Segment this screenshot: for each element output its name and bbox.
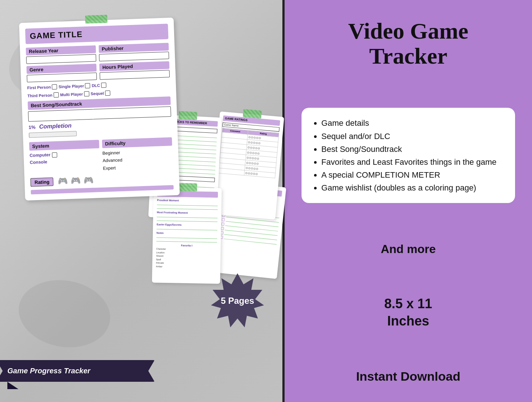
single-player-label: Single Player [59,83,84,89]
controller-icons: 🎮 🎮 🎮 [58,175,94,186]
first-person-label: First Person [27,85,51,90]
difficulty-items: Beginner Advanced Expert [102,147,173,172]
difficulty-column: Difficulty Beginner Advanced Expert [102,135,173,172]
computer-box[interactable] [52,152,57,157]
third-person-box[interactable] [53,92,59,97]
notes-label: Notes [156,232,217,235]
publisher-input[interactable] [99,51,169,61]
dlc-checkbox[interactable]: DLC [92,82,106,88]
hours-played-input[interactable] [100,70,170,80]
dlc-label: DLC [92,83,100,88]
frustrating-line-1 [157,214,218,218]
feature-2: Sequel and/or DLC [321,130,504,143]
progress-bar [29,131,77,138]
feature-1: Game details [321,117,504,129]
feature-3: Best Song/Soundtrack [321,143,504,156]
tape-decoration [85,15,108,24]
ratings-game-label: Game Name [224,123,239,127]
footer-bar [31,185,174,195]
easter-line-1 [156,227,217,231]
easter-label: Easter Eggs/Secrets [156,223,217,227]
ratings-tape [243,109,262,118]
tracker-card: GAME TITLE Release Year Publisher Genre … [19,18,180,201]
ratings-table: Comment Rating [218,128,279,178]
banner: Game Progress Tracker [0,360,155,382]
system-items: Computer Console [29,150,100,166]
proudest-label: Proudest Moment [157,199,218,203]
dlc-box[interactable] [101,82,106,88]
multi-player-checkbox[interactable]: Multi Player [60,91,89,97]
proudest-line-2 [157,206,218,210]
difficulty-label: Difficulty [102,137,172,148]
first-person-checkbox[interactable]: First Person [27,84,57,90]
starburst-shape: 5 Pages [210,273,265,328]
watercolor-blob-2 [13,273,115,355]
system-label: System [29,140,99,151]
feature-4: Favorites and Least Favorites things in … [321,156,504,168]
game-line-box-3 [222,218,225,221]
product-title: Video Game Tracker [348,18,469,68]
game-title-bar: GAME TITLE [25,24,168,44]
feature-5: A special COMPLETION METER [321,168,504,181]
starburst-badge: 5 Pages [210,273,265,328]
system-column: System Computer Console [29,138,100,175]
release-year-input[interactable] [26,54,96,64]
banner-tail [7,382,18,389]
genre-input[interactable] [27,72,97,82]
starburst-text: 5 Pages [221,296,254,306]
hours-played-group: Hours Played [99,61,170,80]
product-title-line2: Tracker [348,43,469,68]
banner-text: Game Progress Tracker [7,367,90,375]
rating-row: Rating 🎮 🎮 🎮 [30,172,173,187]
starburst-pages: 5 Pages [221,296,254,306]
single-player-box[interactable] [85,83,90,88]
notes-line-1 [156,235,217,239]
notes-line-2 [156,239,217,243]
game-line-box-5 [221,227,224,230]
sequel-label: Sequel [91,91,104,96]
right-panel: Video Game Tracker Game details Sequel a… [285,0,532,402]
completion-pct: 1% [28,124,35,130]
left-panel: GAME TITLE Release Year Publisher Genre … [0,0,282,402]
publisher-label: Publisher [99,43,169,53]
top-fields-row: Release Year Publisher [26,43,169,64]
easter-section: Easter Eggs/Secrets [156,223,217,231]
game-title-text: GAME TITLE [30,29,83,40]
features-box: Game details Sequel and/or DLC Best Song… [302,108,515,203]
tips-tape [178,111,197,120]
third-person-checkbox[interactable]: Third Person [27,92,59,99]
instant-download-text: Instant Download [356,369,460,384]
rating-label: Rating [30,177,53,186]
frustrating-line-2 [157,218,218,222]
favorites-heading: Favorite I [156,244,217,248]
sequel-box[interactable] [105,90,110,96]
and-more-text: And more [381,242,436,256]
multi-player-label: Multi Player [60,92,83,97]
proudest-section: Proudest Moment [157,199,218,210]
favorites-items: Character Location Season Spell Intricat… [156,248,217,270]
first-person-box[interactable] [52,84,57,89]
genre-label: Genre [27,64,97,74]
genre-group: Genre [27,64,97,82]
banner-shape: Game Progress Tracker [0,360,155,382]
controller-icon-1: 🎮 [58,176,68,186]
size-line1: 8.5 x 11 [384,295,432,313]
release-year-label: Release Year [26,45,96,56]
controller-icon-3: 🎮 [84,175,94,185]
hours-played-label: Hours Played [99,61,170,71]
game-line-box-4 [221,223,225,226]
publisher-group: Publisher [99,43,169,61]
fav-amber: Amber [156,265,216,270]
frustrating-section: Most Frustrating Moment [157,211,218,222]
multi-player-box[interactable] [84,91,89,96]
release-year-group: Release Year [26,45,96,64]
ratings-card: GAME RATINGS Game Name Comment Rating [211,111,284,220]
system-difficulty-row: System Computer Console Difficulty Begin… [29,135,173,175]
sequel-checkbox[interactable]: Sequel [91,90,110,96]
single-player-checkbox[interactable]: Single Player [59,83,91,89]
proudest-line-1 [157,202,218,206]
frustrating-label: Most Frustrating Moment [157,211,218,215]
review-card: REVIEW Proudest Moment Most Frustrating … [152,187,222,284]
feature-6: Game wishlist (doubles as a coloring pag… [321,181,504,194]
computer-label: Computer [29,152,50,159]
